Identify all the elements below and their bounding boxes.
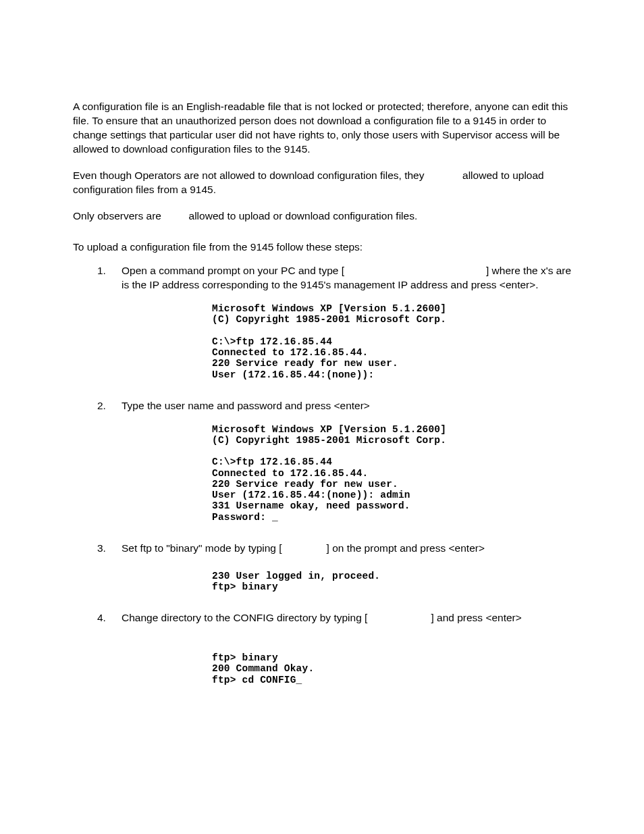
step-3-part-b: ] on the prompt and press <enter> <box>327 542 485 554</box>
step-4: 4. Change directory to the CONFIG direct… <box>97 611 575 685</box>
step-number: 3. <box>97 542 106 556</box>
step-2: 2. Type the user name and password and p… <box>97 399 575 523</box>
intro-p3-part-a: Only observers are <box>73 210 164 221</box>
document-page: A configuration file is an English-reada… <box>0 0 644 834</box>
step-number: 1. <box>97 264 106 278</box>
step-4-part-b: ] and press <enter> <box>431 612 521 623</box>
intro-paragraph-1: A configuration file is an English-reada… <box>73 100 575 157</box>
step-1-part-a: Open a command prompt on your PC and typ… <box>122 265 344 276</box>
step-4-text: Change directory to the CONFIG directory… <box>122 612 522 623</box>
step-number: 2. <box>97 399 106 413</box>
step-2-text: Type the user name and password and pres… <box>122 400 370 411</box>
lead-paragraph: To upload a configuration file from the … <box>73 240 575 255</box>
terminal-output-3: 230 User logged in, proceed. ftp> binary <box>212 571 575 592</box>
intro-p3-part-b: allowed to upload or download configurat… <box>186 210 417 221</box>
step-number: 4. <box>97 611 106 625</box>
step-1: 1. Open a command prompt on your PC and … <box>97 264 575 380</box>
terminal-output-4: ftp> binary 200 Command Okay. ftp> cd CO… <box>212 652 575 685</box>
intro-p2-part-a: Even though Operators are not allowed to… <box>73 170 427 181</box>
terminal-output-1: Microsoft Windows XP [Version 5.1.2600] … <box>212 303 575 380</box>
step-1-text: Open a command prompt on your PC and typ… <box>122 265 571 290</box>
step-4-part-a: Change directory to the CONFIG directory… <box>122 612 367 623</box>
step-3-text: Set ftp to "binary" mode by typing [] on… <box>122 542 485 554</box>
step-3: 3. Set ftp to "binary" mode by typing []… <box>97 542 575 592</box>
intro-paragraph-3: Only observers are allowed to upload or … <box>73 209 575 224</box>
terminal-output-2: Microsoft Windows XP [Version 5.1.2600] … <box>212 424 575 523</box>
step-3-part-a: Set ftp to "binary" mode by typing [ <box>122 542 282 554</box>
steps-list: 1. Open a command prompt on your PC and … <box>73 264 575 685</box>
intro-paragraph-2: Even though Operators are not allowed to… <box>73 169 575 197</box>
